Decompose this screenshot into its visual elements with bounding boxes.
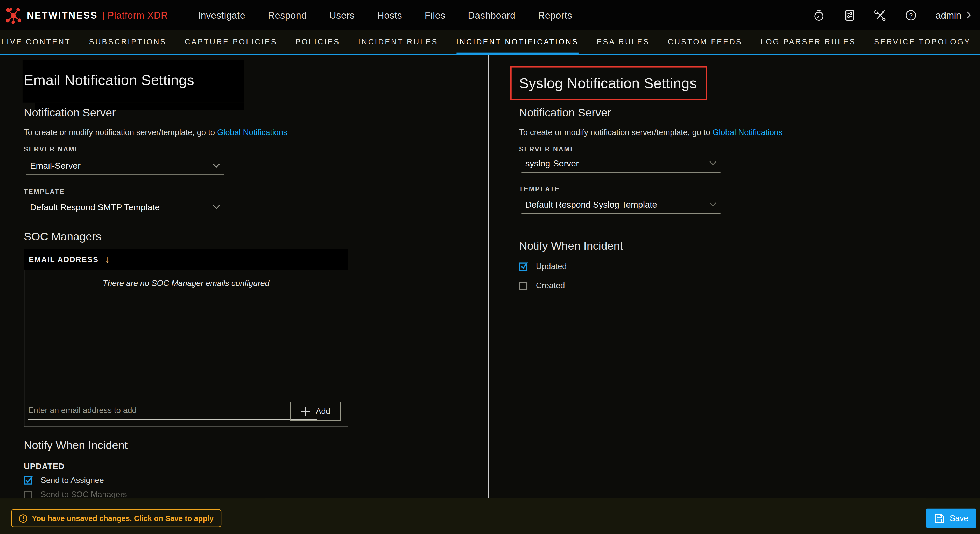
tab-live-content[interactable]: LIVE CONTENT (1, 30, 71, 54)
sort-descending-icon[interactable]: ↓ (105, 254, 110, 265)
global-notifications-link[interactable]: Global Notifications (217, 128, 287, 137)
email-server-name-label: SERVER NAME (24, 145, 80, 153)
plus-icon (301, 406, 310, 416)
nav-files[interactable]: Files (425, 10, 445, 20)
tab-incident-rules[interactable]: INCIDENT RULES (358, 30, 438, 54)
save-button[interactable]: Save (926, 508, 976, 528)
syslog-help-line: To create or modify notification server/… (519, 128, 783, 137)
syslog-server-name-label: SERVER NAME (519, 145, 575, 153)
syslog-template-select[interactable]: Default Respond Syslog Template (522, 195, 720, 214)
brand-product: Platform XDR (108, 10, 168, 20)
email-panel-title: Email Notification Settings (24, 72, 194, 89)
admin-tab-bar: LIVE CONTENT SUBSCRIPTIONS CAPTURE POLIC… (0, 30, 980, 55)
tab-custom-feeds[interactable]: CUSTOM FEEDS (668, 30, 742, 54)
soc-managers-heading: SOC Managers (24, 230, 101, 244)
nav-hosts[interactable]: Hosts (377, 10, 402, 20)
tab-subscriptions[interactable]: SUBSCRIPTIONS (89, 30, 166, 54)
top-nav-items: Investigate Respond Users Hosts Files Da… (198, 10, 572, 20)
syslog-updated-row: Updated (519, 261, 567, 271)
netwitness-app: NETWITNESS | Platform XDR Investigate Re… (0, 0, 980, 534)
checkbox-label: Created (536, 281, 565, 290)
syslog-notify-heading: Notify When Incident (519, 239, 623, 253)
updated-send-to-assignee-row: Send to Assignee (24, 475, 104, 485)
checkbox-label: Send to SOC Managers (41, 490, 127, 499)
email-template-select[interactable]: Default Respond SMTP Template (26, 198, 224, 216)
tools-icon[interactable] (875, 9, 886, 21)
tab-policies[interactable]: POLICIES (296, 30, 340, 54)
footer-bar: You have unsaved changes. Click on Save … (0, 499, 980, 534)
brand: NETWITNESS | Platform XDR (27, 10, 168, 20)
syslog-notification-server-heading: Notification Server (519, 106, 611, 120)
checkbox-label: Send to Assignee (41, 475, 104, 485)
help-icon[interactable]: ? (905, 9, 917, 21)
soc-managers-table-header: EMAIL ADDRESS ↓ (24, 249, 348, 269)
checkbox-label: Updated (536, 261, 567, 271)
updated-group-label: UPDATED (24, 462, 65, 471)
checkbox-checked[interactable] (519, 261, 528, 271)
nav-investigate[interactable]: Investigate (198, 10, 245, 20)
panel-divider (488, 55, 489, 499)
nav-dashboard[interactable]: Dashboard (468, 10, 515, 20)
syslog-server-select[interactable]: syslog-Server (522, 154, 720, 173)
email-notify-heading: Notify When Incident (24, 439, 128, 452)
nav-respond[interactable]: Respond (268, 10, 307, 20)
chevron-down-icon (709, 161, 717, 166)
svg-text:?: ? (909, 11, 913, 18)
brand-separator: | (102, 10, 105, 21)
save-disk-icon (934, 513, 944, 523)
add-email-button[interactable]: Add (290, 402, 341, 421)
syslog-server-value: syslog-Server (525, 158, 579, 168)
email-template-label: TEMPLATE (24, 188, 65, 195)
add-email-row: Add (24, 397, 348, 426)
checkbox-unchecked[interactable] (519, 281, 528, 290)
updated-send-to-soc-managers-row: Send to SOC Managers (24, 490, 127, 499)
timer-icon[interactable] (813, 9, 825, 21)
save-button-label: Save (950, 513, 968, 523)
unsaved-changes-warning: You have unsaved changes. Click on Save … (11, 509, 221, 527)
chevron-down-icon (213, 204, 220, 209)
email-server-select[interactable]: Email-Server (26, 156, 224, 175)
email-address-input[interactable] (28, 401, 317, 420)
tab-service-topology[interactable]: SERVICE TOPOLOGY (874, 30, 970, 54)
nav-users[interactable]: Users (329, 10, 355, 20)
global-notifications-link[interactable]: Global Notifications (713, 128, 783, 137)
email-notification-server-heading: Notification Server (24, 106, 116, 120)
top-nav-right: ? admin (813, 0, 971, 30)
chevron-right-icon (966, 11, 971, 19)
user-name: admin (935, 10, 961, 20)
add-button-label: Add (316, 406, 330, 416)
syslog-template-value: Default Respond Syslog Template (525, 199, 657, 209)
main-content: Email Notification Settings Notification… (0, 55, 980, 499)
soc-managers-empty-message: There are no SOC Manager emails configur… (24, 278, 348, 288)
checkbox-checked[interactable] (24, 475, 33, 485)
brand-name: NETWITNESS (27, 10, 98, 20)
tab-log-parser-rules[interactable]: LOG PARSER RULES (760, 30, 856, 54)
email-server-value: Email-Server (30, 161, 81, 171)
user-menu[interactable]: admin (935, 10, 971, 20)
tab-esa-rules[interactable]: ESA RULES (597, 30, 649, 54)
tab-incident-notifications[interactable]: INCIDENT NOTIFICATIONS (456, 30, 579, 54)
alert-icon (19, 514, 27, 523)
top-navigation-bar: NETWITNESS | Platform XDR Investigate Re… (0, 0, 980, 30)
email-template-value: Default Respond SMTP Template (30, 202, 160, 212)
syslog-created-row: Created (519, 281, 565, 290)
email-address-column-header[interactable]: EMAIL ADDRESS (29, 255, 99, 264)
preferences-icon[interactable] (844, 9, 856, 21)
email-help-line: To create or modify notification server/… (24, 128, 288, 137)
tab-capture-policies[interactable]: CAPTURE POLICIES (185, 30, 277, 54)
netwitness-logo-icon (5, 6, 22, 23)
nav-reports[interactable]: Reports (538, 10, 572, 20)
syslog-panel-title: Syslog Notification Settings (519, 75, 697, 92)
syslog-template-label: TEMPLATE (519, 185, 560, 193)
chevron-down-icon (709, 202, 717, 207)
chevron-down-icon (213, 163, 220, 168)
warning-text: You have unsaved changes. Click on Save … (32, 514, 213, 523)
soc-managers-table: There are no SOC Manager emails configur… (24, 269, 348, 427)
checkbox-unchecked-disabled[interactable] (24, 490, 33, 499)
